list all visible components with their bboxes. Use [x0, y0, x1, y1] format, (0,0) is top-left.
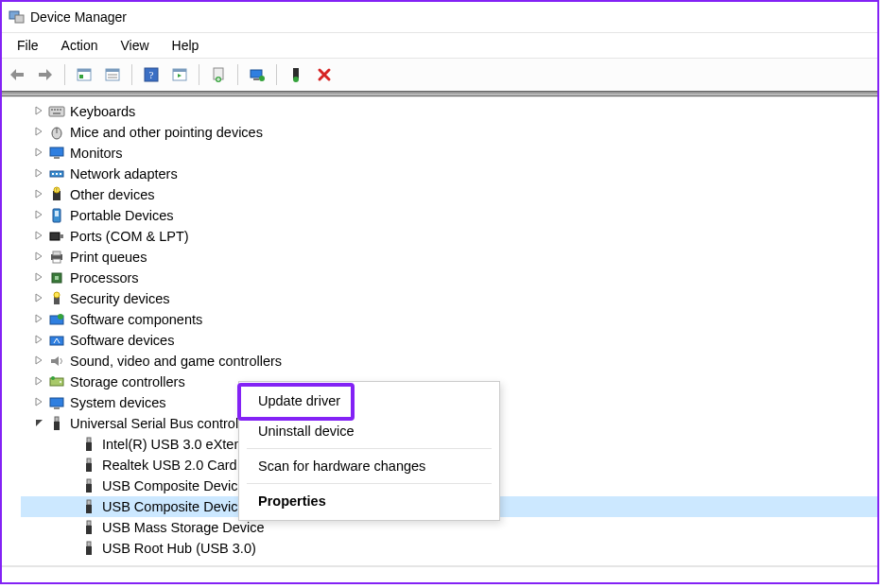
tree-node[interactable]: Processors [21, 268, 877, 288]
toolbar-separator [276, 64, 277, 85]
tree-node-label: Other devices [70, 187, 154, 202]
chevron-down-icon[interactable] [34, 419, 43, 429]
horizontal-scroll-area[interactable] [2, 566, 877, 582]
chevron-right-icon[interactable] [34, 210, 43, 221]
toolbar-separator [64, 64, 65, 85]
tree-node[interactable]: !Other devices [21, 184, 877, 205]
chevron-right-icon[interactable] [34, 355, 43, 367]
tree-node-label: Keyboards [70, 104, 135, 119]
chevron-right-icon[interactable] [34, 314, 43, 325]
help-button[interactable]: ? [138, 61, 164, 88]
tree-node[interactable]: Security devices [21, 288, 877, 309]
tree-node-label: Monitors [70, 146, 123, 161]
tree-node-label: Ports (COM & LPT) [70, 229, 189, 244]
svg-text:!: ! [56, 187, 57, 193]
scan-hardware-button[interactable] [244, 61, 270, 88]
tree-node[interactable]: Software components [21, 309, 877, 330]
tree-node[interactable]: Portable Devices [21, 205, 877, 226]
app-icon [9, 9, 25, 25]
tree-node[interactable]: Keyboards [21, 101, 877, 122]
tree-node-label: Software components [70, 312, 202, 327]
back-button[interactable] [4, 61, 30, 88]
svg-rect-14 [173, 69, 186, 72]
svg-rect-33 [52, 173, 54, 175]
tree-node-label: Sound, video and game controllers [70, 354, 282, 369]
chevron-right-icon[interactable] [34, 231, 43, 242]
tree-node[interactable]: Network adapters [21, 164, 877, 184]
forward-button[interactable] [32, 61, 59, 88]
context-menu-item[interactable]: Properties [239, 486, 499, 516]
svg-rect-23 [51, 109, 53, 111]
usb-plug-icon [81, 520, 96, 535]
tree-node[interactable]: Ports (COM & LPT) [21, 226, 877, 247]
tree-node-label: Mice and other pointing devices [70, 125, 263, 140]
svg-point-55 [51, 376, 55, 380]
chevron-right-icon[interactable] [34, 251, 43, 263]
svg-point-19 [259, 76, 265, 81]
chevron-right-icon[interactable] [34, 106, 43, 117]
update-driver-button[interactable] [205, 61, 232, 88]
chevron-right-icon[interactable] [34, 168, 43, 180]
svg-rect-67 [86, 505, 92, 513]
tree-node[interactable]: Print queues [21, 247, 877, 268]
svg-rect-6 [79, 75, 83, 78]
action-sheet-button[interactable] [166, 61, 193, 88]
context-menu-separator [247, 483, 492, 484]
menu-help[interactable]: Help [161, 35, 211, 56]
svg-rect-57 [54, 407, 60, 409]
chevron-right-icon[interactable] [34, 127, 43, 138]
tree-node-child[interactable]: USB Root Hub (USB 3.0) [21, 538, 877, 559]
tree-node-label: Print queues [70, 250, 147, 265]
svg-rect-65 [86, 484, 92, 493]
svg-rect-70 [87, 542, 91, 546]
svg-point-54 [60, 381, 61, 383]
tree-node-label: Universal Serial Bus controllers [70, 416, 260, 431]
svg-rect-58 [55, 417, 59, 422]
menu-view[interactable]: View [109, 35, 160, 56]
context-menu-item[interactable]: Update driver [239, 386, 499, 416]
svg-rect-26 [60, 109, 61, 111]
chevron-right-icon[interactable] [34, 272, 43, 284]
properties-button[interactable] [99, 61, 126, 88]
context-menu-item[interactable]: Scan for hardware changes [239, 451, 499, 481]
svg-rect-18 [253, 78, 259, 80]
chevron-right-icon[interactable] [34, 376, 43, 388]
menubar: File Action View Help [2, 33, 877, 59]
menu-file[interactable]: File [6, 35, 50, 56]
svg-rect-3 [39, 73, 47, 77]
net-icon [49, 166, 64, 182]
chevron-right-icon[interactable] [34, 189, 43, 200]
enable-device-button[interactable] [283, 61, 309, 88]
tree-node[interactable]: Monitors [21, 143, 877, 164]
toolbar: ? [2, 59, 877, 91]
swdev-icon [49, 333, 64, 348]
tree-node[interactable]: Software devices [21, 330, 877, 351]
svg-rect-66 [87, 500, 91, 505]
tree-node[interactable]: Sound, video and game controllers [21, 351, 877, 372]
chevron-right-icon[interactable] [34, 293, 43, 304]
chevron-right-icon[interactable] [34, 335, 43, 346]
window-title: Device Manager [30, 9, 127, 25]
svg-rect-71 [86, 546, 92, 555]
chevron-right-icon[interactable] [34, 147, 43, 159]
tree-node-label: USB Root Hub (USB 3.0) [102, 541, 256, 556]
svg-rect-47 [55, 276, 59, 280]
svg-rect-69 [86, 526, 92, 534]
context-menu-item[interactable]: Uninstall device [239, 416, 499, 446]
uninstall-device-button[interactable] [311, 61, 338, 88]
show-hide-console-tree-button[interactable] [71, 61, 97, 88]
menu-action[interactable]: Action [50, 35, 110, 56]
svg-rect-61 [86, 442, 92, 451]
toolbar-separator [199, 64, 199, 85]
storage-icon [49, 374, 64, 389]
chevron-right-icon[interactable] [34, 397, 43, 408]
tree-node[interactable]: Mice and other pointing devices [21, 122, 877, 143]
svg-rect-68 [87, 521, 91, 526]
usb-plug-icon [81, 541, 96, 556]
cpu-icon [49, 270, 64, 285]
svg-rect-63 [86, 463, 92, 472]
svg-rect-35 [60, 173, 61, 175]
tree-node-label: Security devices [70, 291, 170, 306]
svg-rect-22 [49, 107, 64, 116]
svg-rect-41 [50, 233, 60, 240]
